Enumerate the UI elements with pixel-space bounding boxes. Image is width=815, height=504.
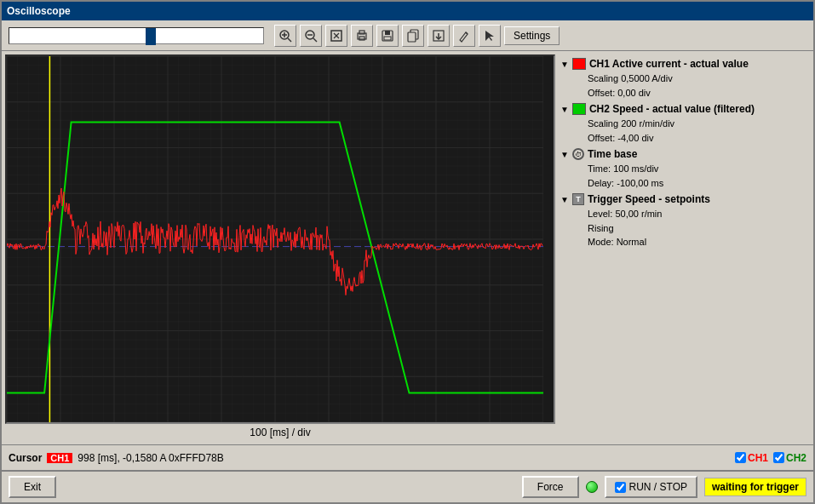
- ch1-color-box: [572, 58, 586, 70]
- zoom-in-btn[interactable]: [274, 25, 296, 47]
- svg-rect-15: [384, 37, 391, 40]
- trigger-mode: Mode: Normal: [588, 235, 808, 249]
- ch2-title: CH2 Speed - actual value (filtered): [589, 103, 755, 115]
- cursor-ch: CH1: [47, 453, 72, 463]
- timebase-group: ▼ ⏱ Time base Time: 100 ms/div Delay: -1…: [560, 146, 808, 190]
- ch2-details: Scaling 200 r/min/div Offset: -4,00 div: [560, 117, 808, 145]
- svg-line-5: [313, 38, 317, 42]
- run-stop-button[interactable]: RUN / STOP: [605, 476, 697, 498]
- settings-button[interactable]: Settings: [504, 26, 560, 45]
- trigger-header: ▼ T Trigger Speed - setpoints: [560, 192, 808, 207]
- svg-rect-12: [359, 37, 364, 40]
- ch1-title: CH1 Active current - actual value: [589, 58, 749, 70]
- svg-rect-14: [385, 31, 390, 35]
- waiting-label: waiting for trigger: [704, 478, 806, 496]
- svg-line-1: [288, 38, 291, 42]
- trigger-group: ▼ T Trigger Speed - setpoints Level: 50,…: [560, 192, 808, 249]
- ch1-header: ▼ CH1 Active current - actual value: [560, 56, 808, 72]
- svg-rect-11: [359, 31, 364, 34]
- ch2-checkbox[interactable]: [773, 452, 784, 463]
- run-stop-checkbox[interactable]: [615, 482, 626, 493]
- timebase-header: ▼ ⏱ Time base: [560, 146, 808, 162]
- cursor-btn[interactable]: [479, 25, 501, 47]
- slider-thumb[interactable]: [146, 28, 156, 45]
- ch2-scaling: Scaling 200 r/min/div: [588, 117, 808, 131]
- ch1-details: Scaling 0,5000 A/div Offset: 0,00 div: [560, 72, 808, 100]
- ch2-header: ▼ CH2 Speed - actual value (filtered): [560, 101, 808, 117]
- ch1-collapse[interactable]: ▼: [560, 60, 569, 69]
- ch2-offset: Offset: -4,00 div: [588, 131, 808, 146]
- trigger-title: Trigger Speed - setpoints: [588, 193, 710, 205]
- run-led: [586, 481, 598, 493]
- ch1-check-label: CH1: [748, 452, 768, 464]
- ch2-collapse[interactable]: ▼: [560, 105, 569, 114]
- channel-checkboxes: CH1 CH2: [735, 452, 806, 464]
- pen-btn[interactable]: [453, 25, 475, 47]
- oscilloscope-panel: 100 [ms] / div: [5, 54, 555, 441]
- ch2-check-label: CH2: [786, 452, 806, 464]
- copy-btn[interactable]: [402, 25, 424, 47]
- ch2-checkbox-group: CH2: [773, 452, 806, 464]
- window-title: Oscilloscope: [7, 5, 71, 17]
- timebase-delay: Delay: -100,00 ms: [588, 176, 808, 191]
- run-stop-label: RUN / STOP: [629, 481, 687, 493]
- trigger-icon: T: [572, 193, 584, 205]
- main-window: Oscilloscope: [0, 0, 815, 504]
- footer-bar: Exit Force RUN / STOP waiting for trigge…: [2, 470, 813, 502]
- export-btn[interactable]: [428, 25, 450, 47]
- main-area: 100 [ms] / div ▼ CH1 Active current - ac…: [2, 51, 813, 444]
- fit-btn[interactable]: [325, 25, 347, 47]
- ch2-color-box: [572, 103, 586, 115]
- bottom-bar: Cursor CH1 998 [ms], -0,1580 A 0xFFFD78B…: [2, 444, 813, 470]
- trigger-details: Level: 50,00 r/min Rising Mode: Normal: [560, 207, 808, 249]
- scope-canvas-container: [5, 54, 555, 424]
- cursor-label: Cursor: [9, 452, 42, 464]
- trigger-collapse[interactable]: ▼: [560, 195, 569, 204]
- trigger-edge: Rising: [588, 221, 808, 236]
- x-axis-label: 100 [ms] / div: [5, 424, 555, 441]
- ch2-group: ▼ CH2 Speed - actual value (filtered) Sc…: [560, 101, 808, 145]
- timebase-title: Time base: [588, 148, 637, 160]
- scope-canvas: [7, 56, 543, 422]
- ch1-checkbox-group: CH1: [735, 452, 768, 464]
- clock-icon: ⏱: [572, 148, 584, 160]
- horizontal-slider[interactable]: [9, 27, 264, 44]
- title-bar: Oscilloscope: [2, 2, 813, 20]
- ch1-checkbox[interactable]: [735, 452, 746, 463]
- force-button[interactable]: Force: [522, 476, 579, 498]
- trigger-level: Level: 50,00 r/min: [588, 207, 808, 221]
- ch1-offset: Offset: 0,00 div: [588, 86, 808, 100]
- svg-line-20: [466, 32, 468, 34]
- timebase-collapse[interactable]: ▼: [560, 150, 569, 159]
- exit-button[interactable]: Exit: [9, 476, 56, 498]
- svg-rect-17: [408, 32, 416, 42]
- timebase-time: Time: 100 ms/div: [588, 162, 808, 176]
- toolbar: Settings: [2, 20, 813, 51]
- ch1-scaling: Scaling 0,5000 A/div: [588, 72, 808, 86]
- right-panel: ▼ CH1 Active current - actual value Scal…: [559, 54, 810, 441]
- ch1-group: ▼ CH1 Active current - actual value Scal…: [560, 56, 808, 100]
- save-btn[interactable]: [376, 25, 399, 47]
- cursor-value: 998 [ms], -0,1580 A 0xFFFD78B: [77, 452, 223, 464]
- print-btn[interactable]: [351, 25, 373, 47]
- zoom-out-btn[interactable]: [300, 25, 322, 47]
- timebase-details: Time: 100 ms/div Delay: -100,00 ms: [560, 162, 808, 190]
